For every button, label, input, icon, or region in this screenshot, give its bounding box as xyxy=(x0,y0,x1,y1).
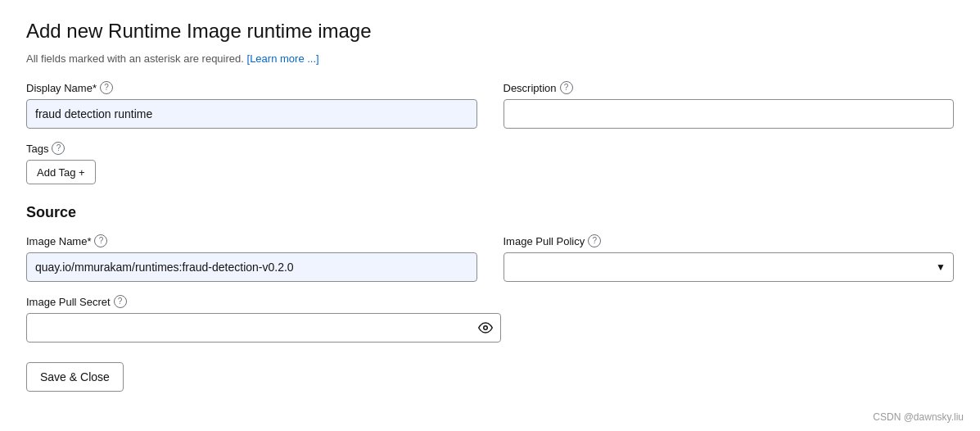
required-note: All fields marked with an asterisk are r… xyxy=(26,52,954,65)
description-input[interactable] xyxy=(504,99,955,129)
image-pull-policy-group: Image Pull Policy ? Always IfNotPresent … xyxy=(504,234,955,282)
image-pull-policy-help-icon[interactable]: ? xyxy=(588,234,601,247)
toggle-secret-visibility-button[interactable] xyxy=(478,320,493,335)
tags-section: Tags ? Add Tag + xyxy=(26,142,954,184)
image-pull-secret-label: Image Pull Secret ? xyxy=(26,295,501,308)
image-name-help-icon[interactable]: ? xyxy=(94,234,107,247)
tags-label: Tags ? xyxy=(26,142,954,155)
tags-help-icon[interactable]: ? xyxy=(52,142,65,155)
add-tag-button[interactable]: Add Tag + xyxy=(26,160,96,184)
display-name-input[interactable] xyxy=(26,99,477,129)
description-label: Description ? xyxy=(504,81,955,94)
display-name-group: Display Name* ? xyxy=(26,81,477,129)
image-pull-secret-input[interactable] xyxy=(26,313,501,343)
watermark: CSDN @dawnsky.liu xyxy=(873,411,964,423)
description-help-icon[interactable]: ? xyxy=(560,81,573,94)
image-name-label: Image Name* ? xyxy=(26,234,477,247)
image-name-group: Image Name* ? xyxy=(26,234,477,282)
svg-point-0 xyxy=(484,326,488,330)
page-title: Add new Runtime Image runtime image xyxy=(26,20,954,43)
source-section-title: Source xyxy=(26,204,954,221)
image-pull-secret-group: Image Pull Secret ? xyxy=(26,295,501,343)
image-pull-policy-label: Image Pull Policy ? xyxy=(504,234,955,247)
display-name-help-icon[interactable]: ? xyxy=(100,81,113,94)
description-group: Description ? xyxy=(504,81,955,129)
eye-icon xyxy=(478,320,493,335)
learn-more-link[interactable]: [Learn more ...] xyxy=(247,52,319,65)
top-form-row: Display Name* ? Description ? xyxy=(26,81,954,129)
image-pull-policy-select[interactable]: Always IfNotPresent Never xyxy=(504,252,955,282)
display-name-label: Display Name* ? xyxy=(26,81,477,94)
image-pull-secret-input-wrapper xyxy=(26,313,501,343)
source-form-row: Image Name* ? Image Pull Policy ? Always… xyxy=(26,234,954,282)
image-name-input[interactable] xyxy=(26,252,477,282)
image-pull-secret-help-icon[interactable]: ? xyxy=(114,295,127,308)
save-close-button[interactable]: Save & Close xyxy=(26,362,124,392)
image-pull-policy-select-wrapper: Always IfNotPresent Never ▼ xyxy=(504,252,955,282)
